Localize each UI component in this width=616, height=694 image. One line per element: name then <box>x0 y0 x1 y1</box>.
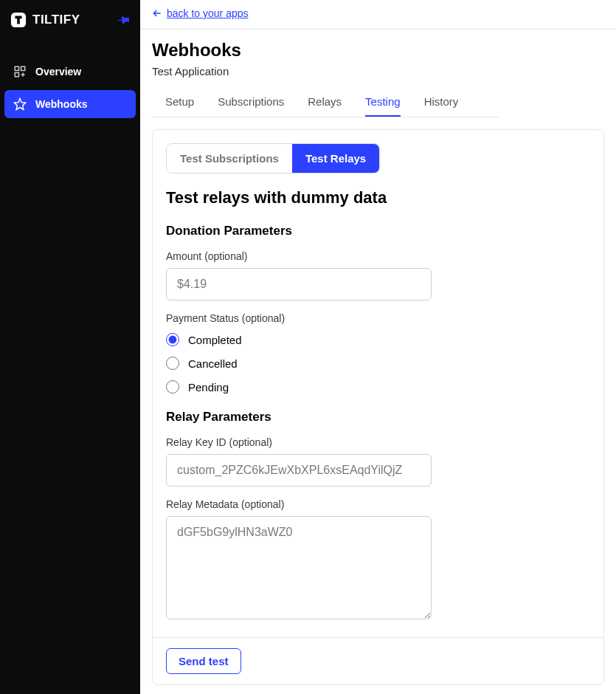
page-title: Webhooks <box>152 40 604 61</box>
payment-status-radios: Completed Cancelled Pending <box>166 333 590 394</box>
tab-setup[interactable]: Setup <box>165 88 194 117</box>
brand[interactable]: TILTIFY <box>10 12 80 28</box>
content: Test Subscriptions Test Relays Test rela… <box>140 117 616 694</box>
backbar: back to your apps <box>140 0 616 30</box>
tab-history[interactable]: History <box>424 88 459 117</box>
radio-completed[interactable]: Completed <box>166 333 590 346</box>
radio-label: Pending <box>188 381 229 394</box>
donation-group-title: Donation Parameters <box>166 224 590 238</box>
relay-keyid-label: Relay Key ID (optional) <box>166 436 590 448</box>
heading: Webhooks Test Application Setup Subscrip… <box>140 30 616 117</box>
payment-status-label: Payment Status (optional) <box>166 312 590 324</box>
main: back to your apps Webhooks Test Applicat… <box>140 0 616 694</box>
subtab-test-subscriptions[interactable]: Test Subscriptions <box>167 144 292 173</box>
star-icon <box>13 97 27 111</box>
radio-label: Completed <box>188 334 242 346</box>
radio-completed-input[interactable] <box>166 333 179 346</box>
brand-logo-icon <box>10 12 27 28</box>
subtab-test-relays[interactable]: Test Relays <box>292 144 379 173</box>
sidebar-top: TILTIFY <box>0 0 140 43</box>
amount-input[interactable] <box>166 268 432 300</box>
radio-pending-input[interactable] <box>166 380 179 394</box>
radio-label: Cancelled <box>188 357 238 370</box>
sidebar-nav: Overview Webhooks <box>0 58 140 118</box>
back-link-label: back to your apps <box>167 7 249 19</box>
grid-icon <box>13 65 27 78</box>
section-title: Test relays with dummy data <box>166 188 590 207</box>
radio-cancelled-input[interactable] <box>166 357 179 370</box>
tab-relays[interactable]: Relays <box>308 88 342 117</box>
pin-icon[interactable] <box>115 10 134 29</box>
sidebar-item-label: Overview <box>35 66 81 78</box>
svg-rect-3 <box>15 73 18 77</box>
sidebar-item-label: Webhooks <box>35 98 88 110</box>
sidebar-item-overview[interactable]: Overview <box>4 58 136 86</box>
amount-label: Amount (optional) <box>166 250 590 262</box>
tabs: Setup Subscriptions Relays Testing Histo… <box>152 88 499 117</box>
radio-pending[interactable]: Pending <box>166 380 590 394</box>
tab-subscriptions[interactable]: Subscriptions <box>218 88 284 117</box>
relay-keyid-input[interactable] <box>166 454 432 487</box>
sidebar: TILTIFY Overview Webhooks <box>0 0 140 694</box>
relay-group-title: Relay Parameters <box>166 410 590 425</box>
brand-text: TILTIFY <box>32 13 80 27</box>
card: Test Subscriptions Test Relays Test rela… <box>152 129 604 685</box>
radio-cancelled[interactable]: Cancelled <box>166 357 590 370</box>
subtabs: Test Subscriptions Test Relays <box>166 143 380 174</box>
svg-rect-2 <box>21 66 25 70</box>
page-subtitle: Test Application <box>152 65 604 78</box>
relay-metadata-input[interactable] <box>166 516 432 619</box>
relay-metadata-label: Relay Metadata (optional) <box>166 498 590 510</box>
card-footer: Send test <box>153 637 603 684</box>
back-link[interactable]: back to your apps <box>152 7 249 19</box>
svg-marker-4 <box>15 99 26 110</box>
sidebar-item-webhooks[interactable]: Webhooks <box>4 90 136 118</box>
tab-testing[interactable]: Testing <box>365 88 401 117</box>
arrow-left-icon <box>152 8 162 18</box>
svg-rect-1 <box>15 66 18 70</box>
send-test-button[interactable]: Send test <box>166 648 241 674</box>
